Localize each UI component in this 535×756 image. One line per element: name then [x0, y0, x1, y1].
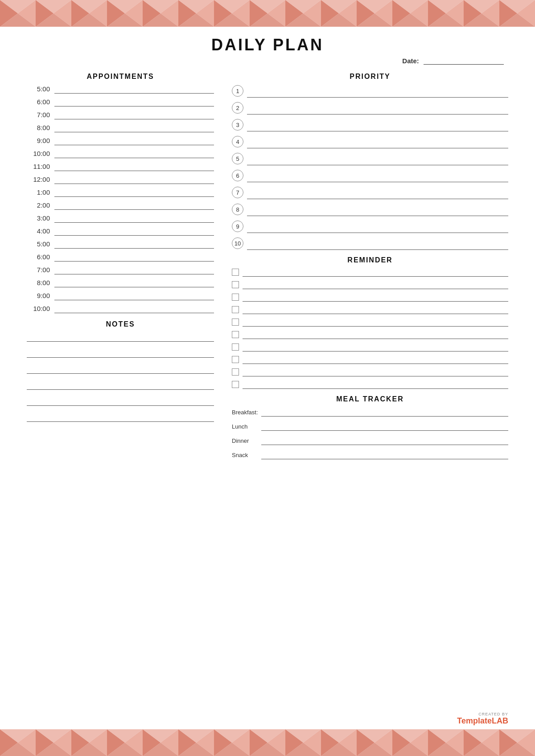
time-line[interactable] — [54, 305, 214, 313]
priority-line[interactable] — [247, 90, 508, 98]
priority-line[interactable] — [247, 174, 508, 182]
reminder-item — [232, 356, 508, 364]
reminder-checkbox[interactable] — [232, 331, 239, 338]
meal-label-snack: Snack — [232, 452, 259, 459]
meal-line-snack[interactable] — [261, 451, 508, 459]
reminder-checkbox[interactable] — [232, 356, 239, 363]
time-line[interactable] — [54, 228, 214, 236]
reminder-item — [232, 368, 508, 376]
time-label: 1:00 — [27, 188, 50, 197]
meal-line-lunch[interactable] — [261, 423, 508, 431]
reminder-item — [232, 269, 508, 277]
reminder-checkbox[interactable] — [232, 381, 239, 388]
time-line[interactable] — [54, 241, 214, 249]
page-title: DAILY PLAN — [27, 36, 508, 54]
time-line[interactable] — [54, 163, 214, 171]
meal-line-breakfast[interactable] — [261, 409, 508, 417]
date-underline-field[interactable] — [424, 64, 504, 65]
brand-suffix: LAB — [492, 716, 508, 725]
priority-line[interactable] — [247, 225, 508, 233]
notes-line[interactable] — [27, 414, 214, 422]
time-line[interactable] — [54, 98, 214, 106]
reminder-line[interactable] — [243, 294, 508, 302]
notes-header: NOTES — [27, 320, 214, 328]
time-label: 4:00 — [27, 227, 50, 236]
notes-line[interactable] — [27, 366, 214, 374]
reminder-line[interactable] — [243, 306, 508, 314]
reminder-checkbox[interactable] — [232, 294, 239, 301]
time-label: 9:00 — [27, 292, 50, 300]
reminder-checkbox[interactable] — [232, 343, 239, 351]
time-label: 6:00 — [27, 98, 50, 106]
reminder-line[interactable] — [243, 343, 508, 351]
reminder-checkbox[interactable] — [232, 269, 239, 276]
time-line[interactable] — [54, 124, 214, 132]
priority-line[interactable] — [247, 106, 508, 114]
meal-label-breakfast: Breakfast: — [232, 409, 259, 417]
reminder-line[interactable] — [243, 269, 508, 277]
time-slot: 6:00 — [27, 253, 214, 262]
time-slot: 4:00 — [27, 227, 214, 236]
time-label: 7:00 — [27, 266, 50, 274]
priority-line[interactable] — [247, 140, 508, 148]
time-line[interactable] — [54, 253, 214, 262]
reminder-item — [232, 319, 508, 327]
time-line[interactable] — [54, 215, 214, 223]
reminder-item — [232, 381, 508, 389]
reminder-line[interactable] — [243, 368, 508, 376]
priority-line[interactable] — [247, 157, 508, 165]
reminder-checkbox[interactable] — [232, 281, 239, 288]
svg-rect-4 — [0, 0, 535, 27]
date-line: Date: — [27, 57, 508, 65]
notes-line[interactable] — [27, 334, 214, 342]
priority-line[interactable] — [247, 208, 508, 216]
priority-number: 8 — [232, 204, 243, 215]
priority-item: 10 — [232, 237, 508, 250]
time-line[interactable] — [54, 137, 214, 145]
reminder-line[interactable] — [243, 281, 508, 289]
reminder-item — [232, 331, 508, 339]
bottom-chevron-border — [0, 729, 535, 756]
reminder-line[interactable] — [243, 319, 508, 327]
priority-header: PRIORITY — [232, 73, 508, 81]
notes-line[interactable] — [27, 350, 214, 358]
reminder-checkbox[interactable] — [232, 368, 239, 376]
time-label: 6:00 — [27, 253, 50, 262]
reminder-list — [232, 269, 508, 389]
notes-line[interactable] — [27, 382, 214, 390]
reminder-line[interactable] — [243, 331, 508, 339]
appointments-list: 5:00 6:00 7:00 8:00 9:00 10:00 11:00 12:… — [27, 85, 214, 313]
time-line[interactable] — [54, 202, 214, 210]
time-line[interactable] — [54, 111, 214, 119]
priority-number: 6 — [232, 170, 243, 181]
meal-line-dinner[interactable] — [261, 437, 508, 445]
time-line[interactable] — [54, 189, 214, 197]
time-line[interactable] — [54, 279, 214, 287]
time-label: 5:00 — [27, 240, 50, 249]
reminder-line[interactable] — [243, 356, 508, 364]
notes-line[interactable] — [27, 398, 214, 406]
priority-item: 3 — [232, 119, 508, 131]
right-column: PRIORITY 1 2 3 4 5 6 7 8 9 10 REMINDER — [232, 73, 508, 466]
time-label: 7:00 — [27, 111, 50, 119]
reminder-checkbox[interactable] — [232, 319, 239, 326]
time-slot: 9:00 — [27, 292, 214, 300]
reminder-line[interactable] — [243, 381, 508, 389]
time-slot: 3:00 — [27, 214, 214, 223]
priority-line[interactable] — [247, 123, 508, 131]
time-slot: 5:00 — [27, 85, 214, 94]
date-label: Date: — [402, 57, 419, 65]
svg-rect-9 — [0, 729, 535, 756]
notes-list — [27, 334, 214, 422]
time-line[interactable] — [54, 150, 214, 158]
time-line[interactable] — [54, 292, 214, 300]
time-line[interactable] — [54, 266, 214, 274]
priority-number: 7 — [232, 187, 243, 198]
reminder-checkbox[interactable] — [232, 306, 239, 313]
reminder-item — [232, 306, 508, 314]
priority-line[interactable] — [247, 191, 508, 199]
time-line[interactable] — [54, 176, 214, 184]
time-slot: 12:00 — [27, 176, 214, 184]
time-line[interactable] — [54, 86, 214, 94]
priority-line[interactable] — [247, 242, 508, 250]
